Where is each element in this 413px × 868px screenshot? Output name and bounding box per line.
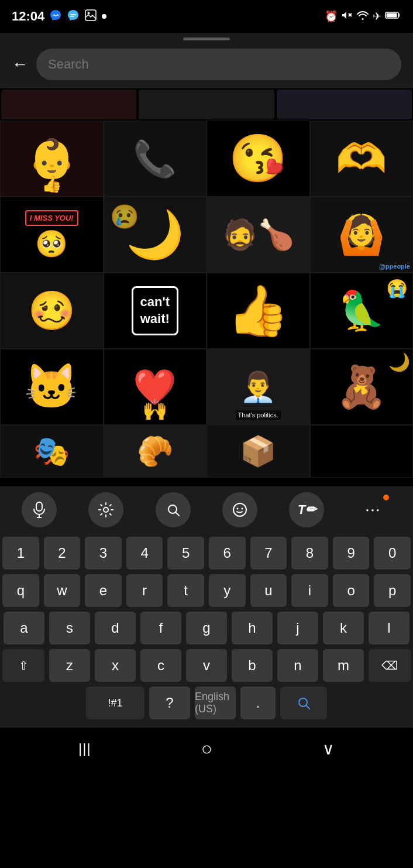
sticker-emoji: 🎭 [33,434,70,468]
svg-line-11 [175,512,179,516]
symbols-key[interactable]: !#1 [86,687,144,719]
key-r[interactable]: r [126,574,163,607]
key-u[interactable]: u [250,574,287,607]
sticker-cant-wait[interactable]: can'twait! [104,273,207,349]
key-s[interactable]: s [49,612,90,644]
sticker-homer[interactable]: 🥴 [0,273,104,349]
key-6[interactable]: 6 [209,537,246,569]
svg-point-9 [104,507,108,512]
status-bar: 12:04 ⏰ [0,0,413,33]
search-bar-container: ← [0,43,413,88]
key-j[interactable]: j [277,612,318,644]
back-nav-button[interactable]: ||| [78,740,91,757]
sticker-partial-1[interactable]: 🎭 [0,425,104,478]
sticker-emoji: 🧸 [336,363,387,411]
microphone-button[interactable] [22,492,57,527]
key-0[interactable]: 0 [374,537,411,569]
key-3[interactable]: 3 [85,537,122,569]
miss-you-content: I MISS YOU! 🥺 [1,197,103,272]
shift-key[interactable]: ⇧ [2,649,44,682]
sticker-crying-bird[interactable]: 🦜 😭 [310,273,414,349]
key-2[interactable]: 2 [44,537,81,569]
svg-point-1 [88,12,90,15]
key-i[interactable]: i [291,574,328,607]
key-v[interactable]: v [186,649,227,682]
key-x[interactable]: x [95,649,136,682]
sticker-thumbs-up[interactable]: 👍 [206,273,310,349]
home-nav-button[interactable]: ○ [201,738,212,760]
sticker-phone-woman[interactable]: 📞 [104,121,207,197]
question-key[interactable]: ? [149,687,190,719]
asdf-row: a s d f g h j k l [2,612,411,644]
key-q[interactable]: q [2,574,39,607]
sticker-cat[interactable]: 🐱 [0,349,104,425]
search-key[interactable] [280,687,327,719]
emoji-keyboard-button[interactable] [222,492,257,527]
sticker-heart-hands[interactable]: 🫶 [310,121,414,197]
top-thumb-2 [139,90,274,119]
key-1[interactable]: 1 [2,537,39,569]
period-key[interactable]: . [240,687,276,719]
key-m[interactable]: m [323,649,364,682]
key-o[interactable]: o [333,574,370,607]
key-b[interactable]: b [232,649,273,682]
key-t[interactable]: t [167,574,204,607]
more-button-wrap: ●●● [356,492,391,527]
recents-nav-button[interactable]: ∨ [322,739,335,759]
sticker-dancing-girl[interactable]: 🙆 @ppeople [310,197,414,273]
sticker-grid: 👶 👍 📞 😘 🫶 I MISS YOU! 🥺 🌙 😢 [0,121,413,486]
text-keyboard-button[interactable]: T✏ [289,492,324,527]
sticker-moon-bear[interactable]: 🧸 🌙 [310,349,414,425]
svg-rect-6 [36,502,42,511]
key-l[interactable]: l [369,612,409,644]
key-c[interactable]: c [140,649,181,682]
key-w[interactable]: w [44,574,81,607]
status-left: 12:04 [12,9,106,24]
key-4[interactable]: 4 [126,537,163,569]
battery-icon [385,11,401,23]
key-9[interactable]: 9 [333,537,370,569]
sticker-miss-you[interactable]: I MISS YOU! 🥺 [0,197,104,273]
key-y[interactable]: y [209,574,246,607]
backspace-key[interactable]: ⌫ [369,649,411,682]
sticker-emoji: 👍 [227,282,289,340]
sticker-man-food[interactable]: 🧔🍗 [206,197,310,273]
sticker-moon[interactable]: 🌙 😢 [104,197,207,273]
microphone-button-wrap [22,492,57,527]
sticker-partial-2[interactable]: 🥐 [104,425,207,478]
mute-icon [341,9,353,24]
sticker-partial-3[interactable]: 📦 [206,425,310,478]
key-7[interactable]: 7 [250,537,287,569]
settings-button[interactable] [88,492,123,527]
key-a[interactable]: a [4,612,44,644]
key-5[interactable]: 5 [167,537,204,569]
key-k[interactable]: k [323,612,364,644]
sticker-heart-yellow[interactable]: ❤️ 🙌 [104,349,207,425]
key-p[interactable]: p [374,574,411,607]
key-f[interactable]: f [140,612,181,644]
airplane-icon: ✈ [373,10,381,23]
svg-line-16 [306,705,309,709]
key-h[interactable]: h [232,612,273,644]
sticker-emoji: 😘 [229,131,287,186]
key-z[interactable]: z [49,649,90,682]
search-keyboard-button[interactable] [156,492,191,527]
handle-bar [0,33,413,43]
top-thumb-3 [277,90,412,119]
space-key[interactable]: English (US) [195,687,236,719]
search-input[interactable] [48,57,390,72]
sticker-kiss-emoji[interactable]: 😘 [206,121,310,197]
sticker-emoji: 🦜 [338,289,385,333]
sticker-politician[interactable]: 👨‍💼 That's politics. [206,349,310,425]
settings-button-wrap [88,492,123,527]
key-e[interactable]: e [85,574,122,607]
key-g[interactable]: g [186,612,227,644]
sticker-baby-thumbs[interactable]: 👶 👍 [0,121,104,197]
key-8[interactable]: 8 [291,537,328,569]
key-d[interactable]: d [95,612,136,644]
search-input-wrapper[interactable] [36,49,401,80]
sticker-emoji: 🥐 [137,434,173,468]
nav-bar: ||| ○ ∨ [0,728,413,770]
key-n[interactable]: n [277,649,318,682]
back-button[interactable]: ← [12,55,28,74]
